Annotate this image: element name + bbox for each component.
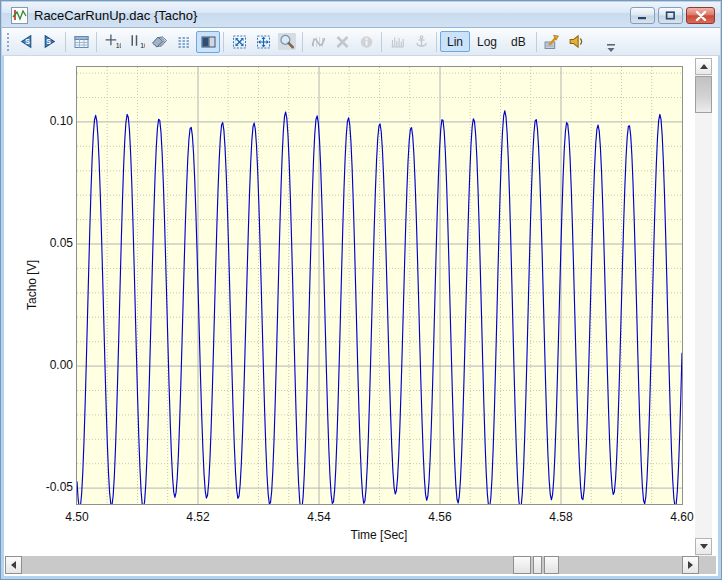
close-button[interactable] [686,7,715,24]
h-scroll-left-handle[interactable] [513,556,531,574]
arrow-up-icon [700,64,708,69]
scroll-left-button[interactable] [5,556,22,574]
anchor-icon [413,34,430,50]
comb-icon [389,34,406,50]
svg-text:S: S [46,38,51,45]
previous-signal-button[interactable]: S [14,31,38,53]
expand-cross-icon [255,34,272,50]
layers-icon [152,34,169,50]
toolbar-separator [302,32,303,52]
waveform-chart [77,67,682,504]
export-arrow-icon [543,33,561,50]
waveform-document-icon [11,7,28,24]
export-button[interactable] [540,31,564,53]
next-signal-button[interactable]: S [38,31,62,53]
toolbar: SS1010LinLogdB [2,28,720,56]
x-tick-label: 4.50 [57,510,97,524]
crosshair-10-icon: 10 [104,33,121,50]
overlay-traces-button[interactable] [148,31,172,53]
x-axis-title: Time [Sec] [351,528,408,542]
zoom-button[interactable] [275,31,299,53]
audio-replay-button[interactable] [564,31,588,53]
v-scroll-thumb[interactable] [695,76,712,113]
anchor-cursor-button[interactable] [409,31,433,53]
y-tick-label: -0.05 [46,480,73,494]
arrow-down-icon [700,544,708,549]
wave-icon [310,34,327,50]
title-bar: RaceCarRunUp.dac {Tacho} [2,2,720,28]
remove-signal-button[interactable] [330,31,354,53]
svg-text:S: S [25,38,30,45]
table-icon [73,34,90,50]
edit-signal-button[interactable] [306,31,330,53]
dashed-rows-icon [176,34,193,50]
scroll-up-button[interactable] [695,58,712,75]
minimize-button[interactable] [630,7,655,24]
arrow-left-s-icon: S [17,33,35,50]
svg-text:10: 10 [140,42,145,49]
arrow-right-s-icon: S [41,33,59,50]
h-scroll-thumb[interactable] [533,556,542,574]
arrow-right-icon [688,561,693,569]
autoscale-y-button[interactable] [251,31,275,53]
toolbar-separator [436,32,437,52]
toolbar-overflow-chevron[interactable] [604,41,618,53]
linear-scale-button[interactable]: Lin [440,31,470,52]
toolbar-separator [536,32,537,52]
y-tick-label: 0.00 [50,358,73,372]
autoscale-xy-button[interactable] [227,31,251,53]
vlines-10-icon: 10 [128,33,145,50]
scroll-down-button[interactable] [695,538,712,555]
toolbar-grip[interactable] [6,32,10,52]
toolbar-separator [96,32,97,52]
vertical-scrollbar[interactable] [695,58,712,556]
horizontal-scrollbar[interactable] [5,556,716,574]
cross-x-icon [334,34,351,50]
db-scale-button[interactable]: dB [504,31,533,52]
arrow-left-icon [11,561,16,569]
window-controls [630,7,715,24]
x-grid-divisions-button[interactable]: 10 [100,31,124,53]
scroll-right-button[interactable] [682,556,699,574]
x-tick-label: 4.54 [299,510,339,524]
signal-info-button[interactable] [354,31,378,53]
signal-table-button[interactable] [69,31,93,53]
harmonic-cursor-button[interactable] [385,31,409,53]
magnifier-icon [278,33,296,50]
x-tick-label: 4.52 [178,510,218,524]
expand-diagonal-icon [231,34,248,50]
plot-area[interactable] [76,66,683,505]
x-tick-label: 4.56 [420,510,460,524]
y-axis-title: Tacho [V] [25,260,39,310]
y-grid-divisions-button[interactable]: 10 [124,31,148,53]
close-icon [695,11,707,21]
log-scale-button[interactable]: Log [470,31,504,52]
app-window: RaceCarRunUp.dac {Tacho} SS1010LinLogdB [0,0,722,580]
svg-text:10: 10 [115,42,120,49]
minimize-icon [637,11,648,20]
y-tick-label: 0.10 [50,114,73,128]
y-tick-label: 0.05 [50,236,73,250]
toolbar-separator [65,32,66,52]
window-title: RaceCarRunUp.dac {Tacho} [34,8,197,23]
h-scroll-right-handle[interactable] [544,556,559,574]
maximize-button[interactable] [658,7,683,24]
speaker-icon [567,33,585,50]
info-icon [358,34,375,50]
x-tick-label: 4.58 [541,510,581,524]
trace-rows-button[interactable] [172,31,196,53]
split-pane-icon [200,34,217,50]
toolbar-separator [381,32,382,52]
split-view-button[interactable] [196,31,220,53]
maximize-icon [665,11,676,20]
toolbar-separator [223,32,224,52]
